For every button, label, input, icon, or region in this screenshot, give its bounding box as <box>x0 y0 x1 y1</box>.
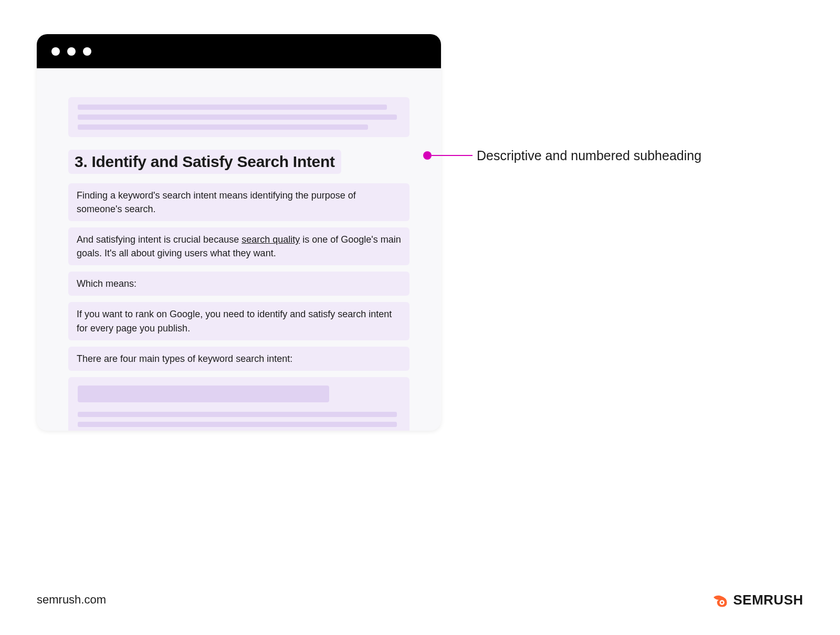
browser-content: 3. Identify and Satisfy Search Intent Fi… <box>37 68 441 431</box>
paragraph-text: Which means: <box>77 277 401 290</box>
svg-point-1 <box>721 601 723 603</box>
callout-dot-icon <box>423 151 432 160</box>
paragraph-text: If you want to rank on Google, you need … <box>77 307 401 335</box>
callout-connector-line <box>432 155 472 156</box>
inline-link[interactable]: search quality <box>242 234 300 245</box>
paragraph-block: There are four main types of keyword sea… <box>68 347 410 371</box>
browser-window: 3. Identify and Satisfy Search Intent Fi… <box>37 34 441 431</box>
brand-name: SEMRUSH <box>733 592 803 608</box>
paragraph-block: If you want to rank on Google, you need … <box>68 302 410 340</box>
paragraph-text: Finding a keyword's search intent means … <box>77 189 401 216</box>
paragraph-block: Finding a keyword's search intent means … <box>68 183 410 221</box>
callout-annotation: Descriptive and numbered subheading <box>423 147 701 165</box>
paragraph-block: Which means: <box>68 272 410 296</box>
brand-logo: SEMRUSH <box>711 591 803 609</box>
subheading-highlight: 3. Identify and Satisfy Search Intent <box>68 150 341 174</box>
paragraph-block: And satisfying intent is crucial because… <box>68 227 410 265</box>
semrush-fireball-icon <box>711 591 729 609</box>
callout-label: Descriptive and numbered subheading <box>477 147 701 165</box>
placeholder-heading-bar <box>78 386 329 402</box>
placeholder-section-bottom <box>68 377 410 431</box>
window-control-dot <box>67 47 76 56</box>
paragraph-text: There are four main types of keyword sea… <box>77 352 401 366</box>
window-control-dot <box>51 47 60 56</box>
text-fragment: And satisfying intent is crucial because <box>77 234 242 245</box>
placeholder-paragraph-top <box>68 97 410 137</box>
footer-site-text: semrush.com <box>37 593 106 607</box>
footer: semrush.com SEMRUSH <box>37 591 803 609</box>
subheading-text: 3. Identify and Satisfy Search Intent <box>75 153 335 171</box>
browser-titlebar <box>37 34 441 68</box>
paragraph-text: And satisfying intent is crucial because… <box>77 233 401 260</box>
window-control-dot <box>83 47 91 56</box>
